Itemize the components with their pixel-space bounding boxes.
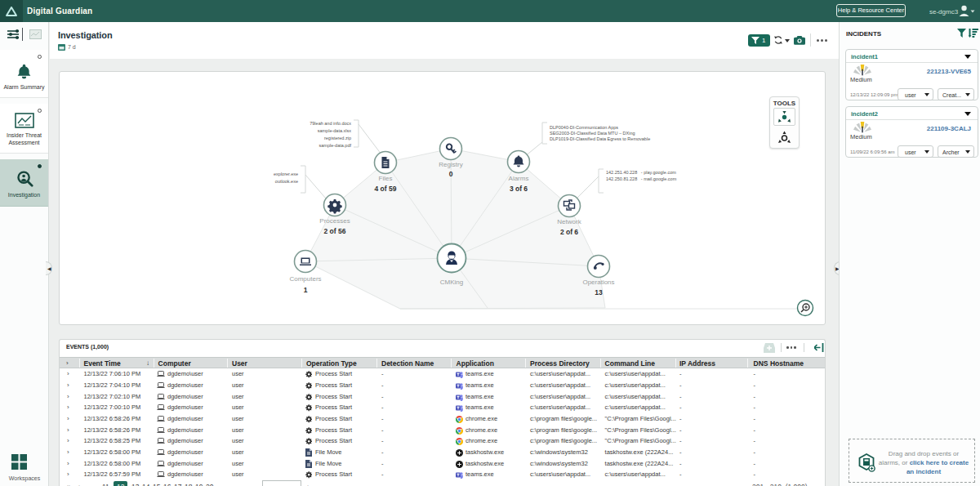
svg-text:Operations: Operations [582, 279, 614, 286]
svg-text:outlook.exe: outlook.exe [275, 179, 298, 184]
svg-text:Registry: Registry [439, 161, 462, 168]
svg-text:Processes: Processes [319, 217, 350, 225]
svg-text:sample-data.pdf: sample-data.pdf [319, 143, 352, 148]
svg-text:sample-data.xlsx: sample-data.xlsx [318, 128, 352, 133]
svg-text:79leah and info.docx: 79leah and info.docx [310, 121, 351, 126]
svg-text:CMKing: CMKing [440, 279, 463, 286]
svg-text:2 of 6: 2 of 6 [560, 228, 578, 236]
svg-text:DLP1019-DI-Classified Data Egr: DLP1019-DI-Classified Data Egress to Rem… [550, 136, 650, 141]
svg-text:4 of 59: 4 of 59 [375, 185, 397, 193]
svg-text:3 of 6: 3 of 6 [510, 185, 528, 193]
svg-text:Files: Files [379, 175, 393, 182]
svg-text:Network: Network [557, 218, 581, 225]
svg-text:Computers: Computers [289, 275, 321, 283]
svg-text:2 of 56: 2 of 56 [324, 227, 346, 235]
svg-text:0: 0 [449, 170, 453, 178]
svg-text:explorer.exe: explorer.exe [274, 172, 298, 176]
svg-text:DLP0040-DI-Communication Apps: DLP0040-DI-Communication Apps [550, 125, 618, 130]
svg-text:Alarms: Alarms [509, 175, 529, 182]
svg-text:142.250.81.228 - mail.google: 142.250.81.228 - mail.google.com [606, 176, 677, 181]
svg-text:1: 1 [304, 286, 308, 294]
svg-text:registered.zip: registered.zip [324, 136, 351, 140]
svg-text:13: 13 [595, 288, 603, 297]
svg-text:142.251.40.228 - play.google: 142.251.40.228 - play.google.com [606, 170, 676, 175]
svg-text:SEG2003-DI-Classified Data MTU: SEG2003-DI-Classified Data MTU – DXing [550, 131, 635, 136]
